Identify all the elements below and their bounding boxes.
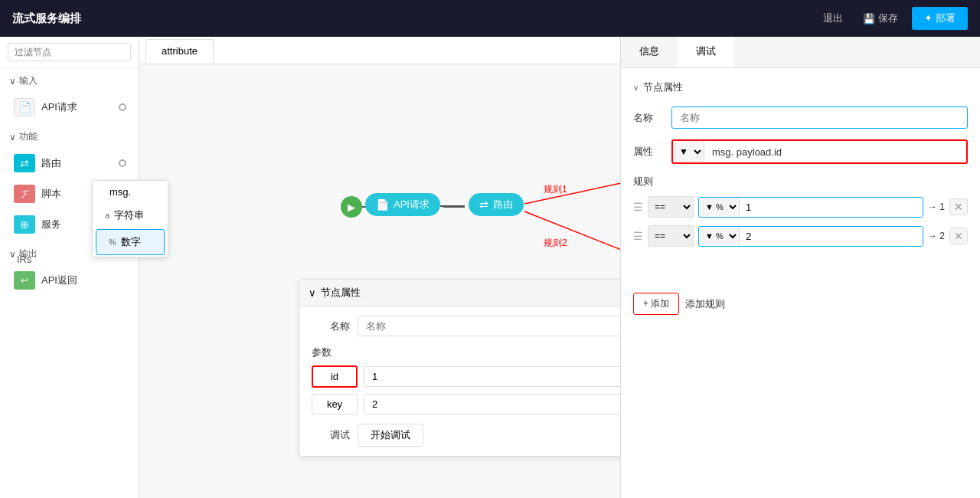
node-properties-bottom: ∨ 节点属性 名称 参数 数字 <box>299 279 620 457</box>
right-attr-row: 属性 ▼ <box>633 139 968 164</box>
rule-row-1: ☰ == ▼ % → 1 ✕ <box>633 196 968 218</box>
right-tabs: 信息 调试 <box>621 37 980 68</box>
exit-button[interactable]: 退出 <box>817 8 849 28</box>
rule-val-input-2[interactable] <box>740 227 923 246</box>
chevron-down-icon2: ∨ <box>9 132 16 143</box>
params-section: 参数 数字 <box>312 346 620 414</box>
search-input[interactable] <box>8 43 131 61</box>
sidebar-item-api-input[interactable]: 📄 API请求 <box>6 93 132 121</box>
canvas-tabs: attribute <box>139 37 620 64</box>
chevron-down-icon3: ∨ <box>9 249 16 260</box>
debug-row: 调试 开始调试 <box>312 424 620 447</box>
app-title: 流式服务编排 <box>12 11 81 26</box>
chevron-down-icon: ∨ <box>9 76 16 87</box>
rule2-label: 规则2 <box>544 237 567 250</box>
right-name-row: 名称 <box>633 106 968 129</box>
sidebar-item-luyou[interactable]: ⇄ 路由 <box>6 149 132 177</box>
node-port-luyou <box>119 159 126 167</box>
canvas-area: attribute <box>139 37 620 498</box>
api-return-icon: ↩ <box>14 271 35 290</box>
section-function[interactable]: ∨ 功能 <box>0 124 139 146</box>
right-panel: 信息 调试 ∨ 节点属性 名称 属性 ▼ <box>620 37 980 498</box>
api-request-icon: 📄 <box>376 198 389 211</box>
debug-button[interactable]: 开始调试 <box>358 424 423 447</box>
rule-val-prefix-1[interactable]: ▼ % <box>699 198 740 216</box>
add-rule-area: + 添加 添加规则 <box>633 293 968 315</box>
section-input[interactable]: ∨ 输入 <box>0 68 139 90</box>
rule-arrow-1: → 1 <box>928 201 945 212</box>
attr-wrapper: ▼ <box>671 139 968 164</box>
rule-op-2[interactable]: == <box>648 225 694 247</box>
save-button[interactable]: 💾 保存 <box>857 8 904 28</box>
rule-close-2[interactable]: ✕ <box>949 228 968 244</box>
rule-val-1: ▼ % <box>698 197 923 218</box>
right-panel-body: ∨ 节点属性 名称 属性 ▼ 规则 <box>621 68 980 498</box>
section-title-node-props: ∨ 节点属性 <box>633 80 968 94</box>
param-row-1: 数字 <box>312 365 620 388</box>
luyou-icon: ⇄ <box>14 154 35 172</box>
tab-attribute[interactable]: attribute <box>145 39 214 64</box>
rule-row-2: ☰ == ▼ % → 2 ✕ <box>633 225 968 247</box>
svg-line-2 <box>524 172 620 204</box>
sidebar-search-area <box>0 37 139 68</box>
deploy-button[interactable]: ✦ 部署 <box>912 7 968 30</box>
param-key-2[interactable] <box>312 394 358 414</box>
topbar: 流式服务编排 退出 💾 保存 ✦ 部署 <box>0 0 980 37</box>
section-chevron-icon: ∨ <box>633 84 639 92</box>
drag-handle-2[interactable]: ☰ <box>633 230 643 242</box>
luyou-icon2: ⇄ <box>479 198 488 211</box>
main-layout: ∨ 输入 📄 API请求 ∨ 功能 ⇄ 路由 𝓕 脚本 ⊕ 服务 <box>0 37 980 498</box>
param-key-1[interactable] <box>312 365 358 388</box>
rule1-label: 规则1 <box>544 183 567 196</box>
name-row: 名称 <box>312 316 620 336</box>
right-name-input[interactable] <box>671 106 968 129</box>
node-props-header: ∨ 节点属性 <box>299 280 620 306</box>
rule-op-1[interactable]: == <box>648 196 694 218</box>
flow-node-api-request[interactable]: 📄 API请求 <box>365 193 440 216</box>
rule-arrow-2: → 2 <box>928 231 945 241</box>
rule-val-input-1[interactable] <box>740 198 923 217</box>
canvas-body[interactable]: ▶ 📄 API请求 ⇄ 路由 规则1 规则2 ∨ 节点属性 <box>139 64 620 498</box>
param-row-2 <box>312 394 620 414</box>
tab-debug[interactable]: 调试 <box>678 37 734 67</box>
add-rule-button[interactable]: + 添加 <box>633 293 679 315</box>
rules-label: 规则 <box>633 175 968 188</box>
add-rule-label: 添加规则 <box>685 297 725 311</box>
chevron-down-icon4: ∨ <box>309 287 316 299</box>
svg-line-3 <box>524 211 620 271</box>
param-value-1[interactable] <box>364 366 620 387</box>
connector-arrow <box>440 205 465 207</box>
drag-handle-1[interactable]: ☰ <box>633 201 643 213</box>
name-input-bottom[interactable] <box>358 316 620 336</box>
fuwu-icon: ⊕ <box>14 215 35 234</box>
param-value-2[interactable] <box>364 394 620 414</box>
node-play-button[interactable]: ▶ <box>341 196 362 218</box>
rule-val-2: ▼ % <box>698 226 923 247</box>
jiaoben-icon: 𝓕 <box>14 185 35 203</box>
attr-value-input[interactable] <box>704 142 966 162</box>
flow-node-luyou[interactable]: ⇄ 路由 <box>469 193 524 216</box>
tab-info[interactable]: 信息 <box>621 37 678 67</box>
node-props-body: 名称 参数 数字 <box>299 306 620 456</box>
topbar-actions: 退出 💾 保存 ✦ 部署 <box>817 7 968 30</box>
sidebar: ∨ 输入 📄 API请求 ∨ 功能 ⇄ 路由 𝓕 脚本 ⊕ 服务 <box>0 37 139 498</box>
api-input-icon: 📄 <box>14 98 35 116</box>
rule-close-1[interactable]: ✕ <box>949 198 968 215</box>
attr-prefix-select[interactable]: ▼ <box>673 141 704 162</box>
rule-val-prefix-2[interactable]: ▼ % <box>699 227 740 245</box>
node-port-right <box>119 103 126 111</box>
